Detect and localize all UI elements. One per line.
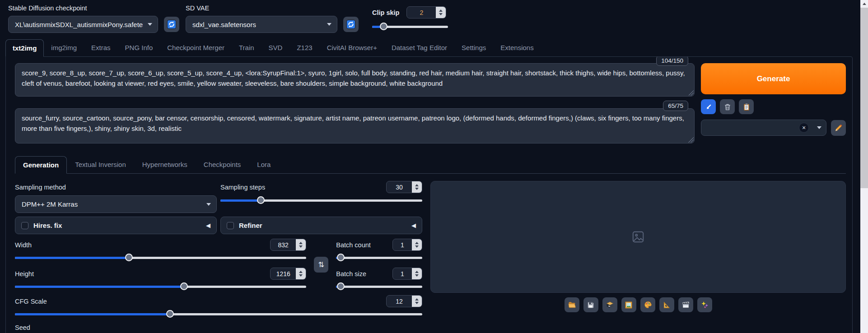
tab-svd[interactable]: SVD bbox=[261, 39, 290, 56]
tab-checkpoints[interactable]: Checkpoints bbox=[196, 156, 249, 173]
enhance-button[interactable] bbox=[697, 297, 712, 312]
negative-prompt-input[interactable]: source_furry, source_cartoon, source_pon… bbox=[15, 108, 695, 143]
clip-skip-value: 2 bbox=[407, 7, 436, 18]
resize-handle[interactable] bbox=[688, 90, 694, 96]
batch-size-stepper[interactable] bbox=[412, 268, 422, 279]
height-stepper[interactable] bbox=[296, 268, 306, 279]
tab-extras[interactable]: Extras bbox=[84, 39, 118, 56]
save-image-button[interactable] bbox=[583, 297, 598, 312]
checkpoint-group: Stable Diffusion checkpoint XL\autismmix… bbox=[8, 5, 179, 33]
sampling-method-dropdown[interactable]: DPM++ 2M Karras bbox=[15, 195, 217, 213]
batch-count-value: 1 bbox=[393, 239, 412, 250]
hires-fix-checkbox[interactable] bbox=[21, 222, 28, 229]
chevron-down-icon bbox=[817, 126, 821, 129]
sampling-steps-stepper[interactable] bbox=[412, 181, 422, 193]
send-to-img2img-button[interactable] bbox=[621, 297, 636, 312]
checkpoint-value: XL\autismmixSDXL_autismmixPony.safetenso… bbox=[15, 21, 143, 28]
batch-size-label: Batch size bbox=[336, 270, 366, 278]
inner-tab-bar: Generation Textual Inversion Hypernetwor… bbox=[15, 156, 846, 174]
main-tab-bar: txt2img img2img Extras PNG Info Checkpoi… bbox=[5, 39, 860, 56]
vae-refresh-button[interactable] bbox=[343, 17, 359, 32]
generation-controls: Sampling method DPM++ 2M Karras Sampling… bbox=[15, 181, 422, 333]
output-gallery-area bbox=[430, 181, 846, 333]
scrollbar-up-arrow[interactable] bbox=[860, 0, 868, 8]
paste-generation-params-button[interactable] bbox=[701, 99, 716, 114]
checkpoint-dropdown[interactable]: XL\autismmixSDXL_autismmixPony.safetenso… bbox=[8, 16, 158, 33]
hires-fix-accordion[interactable]: Hires. fix ◀ bbox=[15, 217, 217, 234]
height-slider[interactable] bbox=[15, 282, 306, 291]
edit-styles-button[interactable] bbox=[831, 120, 846, 136]
tab-z123[interactable]: Z123 bbox=[289, 39, 319, 56]
cfg-scale-number-input[interactable]: 12 bbox=[386, 295, 422, 307]
tab-generation[interactable]: Generation bbox=[15, 156, 67, 174]
archive-box-icon bbox=[606, 301, 614, 309]
batch-size-slider[interactable] bbox=[336, 282, 422, 291]
height-number-input[interactable]: 1216 bbox=[270, 268, 306, 280]
apply-styles-button[interactable] bbox=[739, 99, 754, 114]
batch-size-number-input[interactable]: 1 bbox=[392, 268, 422, 280]
tab-hypernetworks[interactable]: Hypernetworks bbox=[134, 156, 196, 173]
tab-png-info[interactable]: PNG Info bbox=[118, 39, 160, 56]
save-zip-button[interactable] bbox=[602, 297, 617, 312]
clip-skip-stepper[interactable] bbox=[436, 7, 446, 18]
prompt-input[interactable]: score_9, score_8_up, score_7_up, score_6… bbox=[15, 63, 695, 97]
refiner-accordion[interactable]: Refiner ◀ bbox=[220, 217, 422, 234]
tab-lora[interactable]: Lora bbox=[249, 156, 279, 173]
cfg-scale-stepper[interactable] bbox=[412, 296, 422, 307]
clear-styles-icon[interactable]: × bbox=[799, 123, 809, 133]
tab-train[interactable]: Train bbox=[232, 39, 261, 56]
clipboard-icon bbox=[742, 103, 751, 111]
height-label: Height bbox=[15, 270, 34, 278]
tab-checkpoint-merger[interactable]: Checkpoint Merger bbox=[160, 39, 232, 56]
prompt-token-counter: 104/150 bbox=[656, 56, 688, 66]
quicksettings-bar: Stable Diffusion checkpoint XL\autismmix… bbox=[0, 0, 860, 33]
sampling-steps-slider[interactable] bbox=[220, 196, 422, 204]
width-slider[interactable] bbox=[15, 254, 306, 262]
clear-prompt-button[interactable] bbox=[720, 99, 735, 114]
sampling-steps-number-input[interactable]: 30 bbox=[386, 181, 422, 193]
scrollbar-thumb[interactable] bbox=[860, 8, 868, 188]
open-folder-button[interactable] bbox=[565, 297, 579, 312]
negative-prompt-token-counter: 65/75 bbox=[663, 101, 688, 111]
send-to-svd-button[interactable] bbox=[678, 297, 693, 312]
tab-txt2img[interactable]: txt2img bbox=[5, 39, 44, 57]
tab-img2img[interactable]: img2img bbox=[44, 39, 84, 56]
generate-button[interactable]: Generate bbox=[701, 63, 846, 94]
clip-skip-slider[interactable] bbox=[372, 23, 448, 31]
output-gallery bbox=[430, 181, 846, 293]
batch-count-number-input[interactable]: 1 bbox=[392, 239, 422, 251]
styles-dropdown[interactable]: × bbox=[701, 120, 826, 136]
resize-handle[interactable] bbox=[688, 137, 694, 143]
batch-size-value: 1 bbox=[393, 268, 412, 279]
sampling-method-label: Sampling method bbox=[15, 184, 66, 191]
window-scrollbar[interactable] bbox=[860, 0, 868, 333]
height-value: 1216 bbox=[271, 268, 296, 279]
floppy-disk-icon bbox=[587, 301, 595, 309]
refiner-checkbox[interactable] bbox=[227, 222, 234, 229]
width-label: Width bbox=[15, 241, 32, 249]
clip-skip-label: Clip skip bbox=[372, 9, 399, 16]
sampling-steps-value: 30 bbox=[387, 181, 412, 193]
clip-skip-number-input[interactable]: 2 bbox=[406, 6, 446, 18]
sampling-method-value: DPM++ 2M Karras bbox=[22, 200, 78, 208]
tab-civitai-browser[interactable]: CivitAI Browser+ bbox=[320, 39, 384, 56]
checkpoint-label: Stable Diffusion checkpoint bbox=[8, 5, 179, 12]
width-stepper[interactable] bbox=[296, 239, 306, 250]
batch-count-stepper[interactable] bbox=[412, 239, 422, 250]
swap-dimensions-button[interactable]: ⇅ bbox=[314, 257, 328, 273]
vae-dropdown[interactable]: sdxl_vae.safetensors bbox=[186, 16, 337, 33]
tab-settings[interactable]: Settings bbox=[454, 39, 493, 56]
tab-dataset-tag-editor[interactable]: Dataset Tag Editor bbox=[384, 39, 454, 56]
send-to-inpaint-button[interactable] bbox=[640, 297, 655, 312]
cfg-scale-slider[interactable] bbox=[15, 310, 422, 318]
send-to-extras-button[interactable] bbox=[659, 297, 674, 312]
refiner-label: Refiner bbox=[239, 222, 262, 229]
checkpoint-refresh-button[interactable] bbox=[164, 17, 179, 32]
accordion-collapse-icon: ◀ bbox=[411, 222, 416, 229]
chevron-down-icon bbox=[327, 23, 331, 26]
tab-extensions[interactable]: Extensions bbox=[493, 39, 541, 56]
framed-picture-icon bbox=[625, 301, 633, 309]
width-number-input[interactable]: 832 bbox=[270, 239, 306, 251]
tab-textual-inversion[interactable]: Textual Inversion bbox=[67, 156, 134, 173]
batch-count-slider[interactable] bbox=[336, 254, 422, 262]
